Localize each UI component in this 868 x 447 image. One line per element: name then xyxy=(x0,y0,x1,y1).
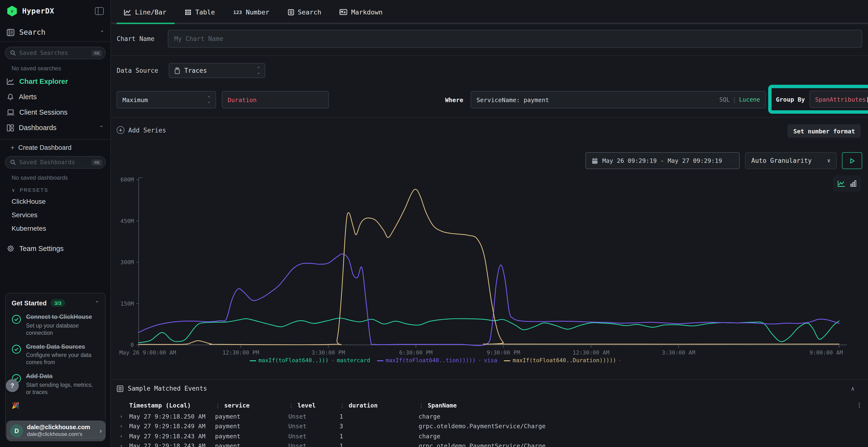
column-header[interactable]: ⋮level xyxy=(288,402,340,409)
svg-text:450M: 450M xyxy=(121,218,134,224)
search-list-icon xyxy=(288,9,294,15)
saved-searches-input[interactable]: Saved Searches ⌘K xyxy=(5,47,105,59)
line-chart-icon xyxy=(124,9,131,15)
granularity-select[interactable]: Auto Granularity ∨ xyxy=(745,152,837,169)
date-range-picker[interactable]: May 26 09:29:19 - May 27 09:29:19 xyxy=(585,152,740,169)
table-cell: grpc.oteldemo.PaymentService/Charge xyxy=(418,423,852,430)
svg-text:9:30:00 PM: 9:30:00 PM xyxy=(487,349,520,356)
calendar-icon xyxy=(592,157,598,164)
events-table-header: Timestamp (Local)⋮service⋮level⋮duration… xyxy=(117,399,862,411)
column-header[interactable]: ⋮SpanName xyxy=(418,402,852,409)
expand-row-icon[interactable]: › xyxy=(117,413,129,419)
database-icon xyxy=(174,67,180,74)
table-cell: grpc.oteldemo.PaymentService/Charge xyxy=(418,442,852,447)
collapse-sidebar-icon[interactable] xyxy=(95,7,104,15)
user-subtext: dale@clickhouse.com's xyxy=(27,431,90,438)
table-cell: May 27 9:29:18.243 AM xyxy=(129,442,215,447)
tab-table[interactable]: Table xyxy=(185,8,215,16)
main-content: Line/Bar Table 123 Number Search xyxy=(112,0,868,447)
preset-services[interactable]: Services xyxy=(0,208,111,221)
group-by-input[interactable]: SpanAttributes['app.payment.card_type'] xyxy=(810,91,868,108)
chevron-up-icon[interactable]: ⌃ xyxy=(95,300,99,306)
table-cell: payment xyxy=(215,413,288,420)
table-cell: 3 xyxy=(340,423,418,430)
sql-toggle[interactable]: SQL xyxy=(719,96,730,103)
column-header[interactable]: ⋮service xyxy=(215,402,288,409)
app-window: ⚡ HyperDX Search ⌃ Saved Searches ⌘K xyxy=(0,0,868,447)
tab-search[interactable]: Search xyxy=(288,8,321,16)
sidebar-section-search[interactable]: Search ⌃ xyxy=(0,21,111,41)
user-account-bar[interactable]: D dale@clickhouse.com dale@clickhouse.co… xyxy=(6,420,105,441)
saved-dashboards-input[interactable]: Saved Dashboards ⌘K xyxy=(5,156,105,169)
column-header[interactable]: Timestamp (Local) xyxy=(129,402,215,409)
chart-name-input[interactable]: My Chart Name xyxy=(168,30,862,48)
legend-dash-icon xyxy=(504,360,510,361)
sidebar-item-chart-explorer[interactable]: Chart Explorer xyxy=(0,74,111,89)
table-cell: 1 xyxy=(340,433,418,440)
sidebar-item-team-settings[interactable]: Team Settings xyxy=(0,235,111,256)
plus-icon: + xyxy=(10,144,14,151)
lucene-toggle[interactable]: Lucene xyxy=(739,96,760,103)
preset-clickhouse[interactable]: ClickHouse xyxy=(0,195,111,208)
tab-line-bar[interactable]: Line/Bar xyxy=(124,8,166,16)
expand-row-icon[interactable]: › xyxy=(117,443,129,447)
tab-markdown[interactable]: Markdown xyxy=(340,8,383,16)
presets-collapse[interactable]: ∨ PRESETS xyxy=(0,183,111,195)
get-started-hidden-item: 🎉 xyxy=(11,402,99,409)
get-started-item-desc: Set up your database connection xyxy=(26,322,99,337)
toggle-divider: | xyxy=(730,96,739,103)
data-source-select[interactable]: Traces ⌃⌄ xyxy=(169,63,265,78)
sidebar-item-dashboards[interactable]: Dashboards ⌃ xyxy=(0,120,111,135)
expand-row-icon[interactable]: › xyxy=(117,423,129,429)
table-cell: charge xyxy=(418,413,852,420)
table-row[interactable]: ›May 27 9:29:18.243 AMpaymentUnset1charg… xyxy=(117,431,862,441)
chevron-up-icon[interactable]: ∧ xyxy=(851,385,855,392)
table-cell: May 27 9:29:18.250 AM xyxy=(129,413,215,420)
expand-row-icon[interactable]: › xyxy=(117,433,129,439)
set-number-format-button[interactable]: Set number format xyxy=(787,124,861,138)
line-chart-toggle-icon[interactable] xyxy=(838,180,845,187)
where-input[interactable]: ServiceName: payment SQL|Lucene xyxy=(471,91,766,108)
run-query-button[interactable] xyxy=(842,152,862,169)
chart-explorer-icon xyxy=(7,78,14,85)
sample-matched-events-panel: Sample Matched Events ∧ Timestamp (Local… xyxy=(112,379,868,447)
tab-number[interactable]: 123 Number xyxy=(233,8,269,16)
get-started-item[interactable]: Add Data Start sending logs, metrics, or… xyxy=(11,373,99,396)
svg-text:May 26 9:00:00 AM: May 26 9:00:00 AM xyxy=(119,349,176,356)
svg-text:12:30:00 PM: 12:30:00 PM xyxy=(222,349,259,356)
search-section-label: Search xyxy=(19,28,45,37)
column-header[interactable]: ⋮duration xyxy=(340,402,418,409)
aggregation-select[interactable]: Maximum ⌃⌄ xyxy=(117,91,216,108)
table-row[interactable]: ›May 27 9:29:18.243 AMpaymentUnset1grpc.… xyxy=(117,441,862,447)
table-row[interactable]: ›May 27 9:29:18.249 AMpaymentUnset3grpc.… xyxy=(117,421,862,431)
get-started-item[interactable]: Connect to ClickHouse Set up your databa… xyxy=(11,314,99,337)
events-list-icon xyxy=(117,385,123,392)
legend-item[interactable]: maxIf(toFloat640..)))·mastercard xyxy=(250,357,370,364)
add-series-button[interactable]: + Add Series xyxy=(117,126,166,134)
group-by-highlight-annotation: Group By SpanAttributes['app.payment.car… xyxy=(768,85,868,114)
laptop-icon xyxy=(7,109,14,115)
avatar: D xyxy=(10,424,23,437)
table-menu-icon[interactable]: ⋮ xyxy=(852,402,862,409)
help-button[interactable]: ? xyxy=(6,379,19,392)
sidebar-item-label: Dashboards xyxy=(19,124,56,132)
sidebar-item-label: Alerts xyxy=(19,93,37,101)
bar-chart-toggle-icon[interactable] xyxy=(850,180,857,187)
chevron-up-icon[interactable]: ⌃ xyxy=(99,125,104,131)
sidebar-item-label: Chart Explorer xyxy=(19,77,68,85)
legend-item[interactable]: maxIf(toFloat640..Duration)))))· xyxy=(504,357,624,364)
table-cell: charge xyxy=(418,433,852,440)
get-started-item-desc: Configure where your data comes from xyxy=(26,352,99,366)
dashboards-icon xyxy=(7,124,14,131)
table-row[interactable]: ›May 27 9:29:18.250 AMpaymentUnset1charg… xyxy=(117,411,862,421)
legend-item[interactable]: maxIf(toFloat640..tion)))))·visa xyxy=(377,357,497,364)
sidebar-item-client-sessions[interactable]: Client Sessions xyxy=(0,105,111,120)
brand-title: HyperDX xyxy=(22,7,54,15)
get-started-item[interactable]: Create Data Sources Configure where your… xyxy=(11,343,99,366)
legend-dash-icon xyxy=(377,360,383,361)
sidebar-item-alerts[interactable]: Alerts xyxy=(0,89,111,105)
chevron-up-icon[interactable]: ⌃ xyxy=(100,29,104,35)
preset-kubernetes[interactable]: Kubernetes xyxy=(0,221,111,235)
create-dashboard-button[interactable]: +Create Dashboard xyxy=(0,140,111,155)
field-input[interactable]: Duration xyxy=(222,91,329,108)
